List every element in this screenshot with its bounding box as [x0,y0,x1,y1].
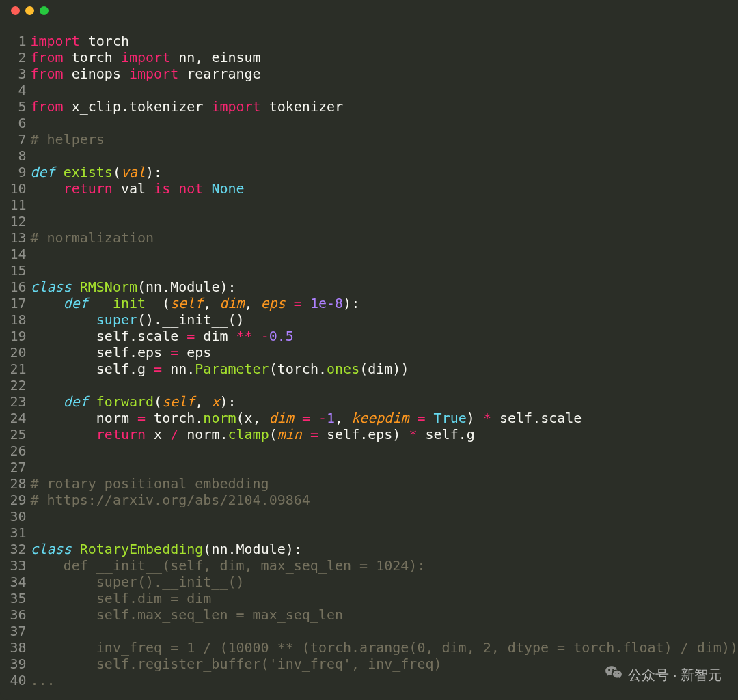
code-line[interactable]: from einops import rearrange [30,66,738,82]
line-number: 40 [0,672,26,688]
line-number: 15 [0,262,26,279]
code-line[interactable]: # helpers [30,131,738,148]
code-line[interactable]: def __init__(self, dim, max_seq_len = 10… [30,557,738,574]
code-line[interactable] [30,623,738,639]
code-line[interactable]: norm = torch.norm(x, dim = -1, keepdim =… [30,410,738,426]
line-number: 11 [0,197,26,213]
line-number: 5 [0,98,26,115]
close-icon[interactable] [11,6,20,15]
code-line[interactable]: super().__init__() [30,574,738,590]
line-number: 13 [0,229,26,246]
line-number: 27 [0,459,26,475]
zoom-icon[interactable] [40,6,49,15]
code-line[interactable] [30,213,738,229]
code-editor[interactable]: 1234567891011121314151617181920212223242… [0,20,738,688]
line-number: 36 [0,606,26,623]
code-line[interactable]: def __init__(self, dim, eps = 1e-8): [30,295,738,311]
line-number: 19 [0,328,26,344]
line-number: 4 [0,82,26,98]
code-line[interactable] [30,508,738,524]
line-number: 9 [0,164,26,180]
line-number: 33 [0,557,26,574]
code-line[interactable] [30,443,738,459]
code-line[interactable] [30,459,738,475]
code-line[interactable]: super().__init__() [30,311,738,328]
code-line[interactable]: def forward(self, x): [30,393,738,410]
code-line[interactable]: from torch import nn, einsum [30,49,738,66]
code-line[interactable]: from x_clip.tokenizer import tokenizer [30,98,738,115]
code-line[interactable]: class RMSNorm(nn.Module): [30,279,738,295]
code-line[interactable]: # rotary positional embedding [30,475,738,492]
line-number: 24 [0,410,26,426]
line-number: 29 [0,492,26,508]
line-number: 12 [0,213,26,229]
code-line[interactable]: # normalization [30,229,738,246]
line-number: 25 [0,426,26,443]
code-line[interactable]: # https://arxiv.org/abs/2104.09864 [30,492,738,508]
code-area[interactable]: import torchfrom torch import nn, einsum… [26,33,738,688]
line-number: 16 [0,279,26,295]
code-line[interactable] [30,148,738,164]
line-number: 34 [0,574,26,590]
code-line[interactable] [30,115,738,131]
line-number: 37 [0,623,26,639]
watermark: 公众号 · 新智元 [605,664,722,685]
line-number-gutter: 1234567891011121314151617181920212223242… [0,33,26,688]
code-line[interactable] [30,197,738,213]
line-number: 39 [0,656,26,672]
code-line[interactable]: self.max_seq_len = max_seq_len [30,606,738,623]
code-line[interactable]: class RotaryEmbedding(nn.Module): [30,541,738,557]
line-number: 32 [0,541,26,557]
code-line[interactable]: return x / norm.clamp(min = self.eps) * … [30,426,738,443]
code-line[interactable]: import torch [30,33,738,49]
line-number: 21 [0,361,26,377]
code-line[interactable]: def exists(val): [30,164,738,180]
line-number: 20 [0,344,26,361]
line-number: 23 [0,393,26,410]
code-line[interactable]: self.g = nn.Parameter(torch.ones(dim)) [30,361,738,377]
line-number: 26 [0,443,26,459]
watermark-text: 公众号 · 新智元 [628,667,722,683]
code-line[interactable] [30,377,738,393]
line-number: 22 [0,377,26,393]
code-line[interactable] [30,524,738,541]
wechat-icon [605,664,623,685]
editor-window: 1234567891011121314151617181920212223242… [0,0,738,700]
line-number: 28 [0,475,26,492]
line-number: 2 [0,49,26,66]
code-line[interactable] [30,262,738,279]
code-line[interactable]: self.eps = eps [30,344,738,361]
line-number: 30 [0,508,26,524]
code-line[interactable]: self.scale = dim ** -0.5 [30,328,738,344]
code-line[interactable]: self.dim = dim [30,590,738,606]
line-number: 18 [0,311,26,328]
line-number: 1 [0,33,26,49]
line-number: 38 [0,639,26,656]
code-line[interactable]: return val is not None [30,180,738,197]
line-number: 35 [0,590,26,606]
code-line[interactable] [30,82,738,98]
line-number: 31 [0,524,26,541]
code-line[interactable] [30,246,738,262]
line-number: 7 [0,131,26,148]
code-line[interactable]: inv_freq = 1 / (10000 ** (torch.arange(0… [30,639,738,656]
line-number: 6 [0,115,26,131]
line-number: 14 [0,246,26,262]
line-number: 17 [0,295,26,311]
line-number: 10 [0,180,26,197]
line-number: 8 [0,148,26,164]
line-number: 3 [0,66,26,82]
titlebar [0,0,738,20]
minimize-icon[interactable] [25,6,34,15]
